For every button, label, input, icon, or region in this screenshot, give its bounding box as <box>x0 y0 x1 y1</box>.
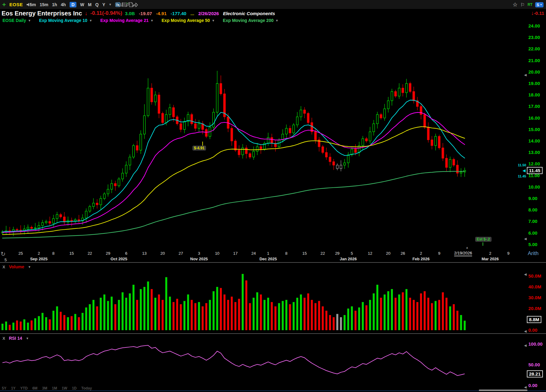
legend-item[interactable]: Exp Moving Average 50▼ <box>161 18 215 23</box>
date-tick-label: 10 <box>215 251 219 256</box>
earnings-estimate-label[interactable]: Est $-.2 <box>475 237 492 242</box>
trading-app-window: + EOSE 5m15m1h4hDWMQY ▼ ☆ ⚐ RT S▼ <box>0 0 546 392</box>
last-price-badge: 11.45 <box>527 167 543 174</box>
rsi-tick-label: 0.00 <box>528 383 537 388</box>
scrollbar-track[interactable] <box>0 390 546 391</box>
main-price-chart[interactable] <box>0 25 526 250</box>
timeframe-button-M[interactable]: M <box>88 2 92 7</box>
timeframe-button-D[interactable]: D <box>70 2 76 7</box>
timeframe-more-caret[interactable]: ▼ <box>109 3 112 6</box>
earnings-estimate-tick <box>483 242 483 246</box>
volume-panel-title[interactable]: Volume <box>9 264 24 269</box>
add-symbol-icon[interactable]: + <box>2 2 6 8</box>
date-tick-label: 27 <box>178 251 183 256</box>
timeframe-buttons: 5m15m1h4hDWMQY <box>30 2 105 7</box>
date-tick-label: 22 <box>320 251 325 256</box>
panel-divider[interactable] <box>0 262 546 263</box>
date-tick-label: 2 <box>38 251 40 256</box>
date-tick-label: 24 <box>252 251 256 256</box>
timeframe-button-Y[interactable]: Y <box>102 2 105 7</box>
ask-price-label: 11.50 <box>518 163 526 167</box>
last-bar-date-label[interactable]: 2/19/2026 <box>454 251 472 256</box>
volume-close-button[interactable]: X <box>2 265 5 269</box>
rsi-tick-label: 100.00 <box>528 341 543 347</box>
legend-caret-icon[interactable]: ▼ <box>212 19 215 22</box>
scrollbar-thumb[interactable] <box>479 390 527 391</box>
earnings-past-label[interactable]: $-4.91 <box>192 146 206 151</box>
month-label: Jan 2026 <box>340 257 357 261</box>
month-label: Mar 2026 <box>482 257 499 261</box>
legend-caret-icon[interactable]: ▼ <box>275 19 278 22</box>
legend-item[interactable]: Exp Moving Average 10▼ <box>39 18 92 23</box>
legend-item[interactable]: EOSE Daily▼ <box>2 18 31 23</box>
legend-item[interactable]: Exp Moving Average 200▼ <box>223 18 278 23</box>
range-link-1M[interactable]: 1M <box>52 386 57 390</box>
timeframe-button-4h[interactable]: 4h <box>61 2 66 7</box>
scale-mode-label[interactable]: Arith <box>528 250 539 257</box>
symbol-label[interactable]: EOSE <box>9 2 23 7</box>
timeframe-button-W[interactable]: W <box>80 2 84 7</box>
price-tick-label: 10.00 <box>528 184 540 190</box>
title-row: Eos Energy Enterprises Inc ↓ -0.11(-0.94… <box>2 9 275 17</box>
range-link-1Y[interactable]: 1Y <box>11 386 16 390</box>
month-label: Sep 2025 <box>30 257 47 261</box>
volume-scale-bottom-icon: ◀ <box>524 329 527 333</box>
rsi-value-badge: 28.21 <box>527 370 543 377</box>
ema-21-line <box>2 113 465 232</box>
flag-icon[interactable]: ⚐ <box>520 2 525 8</box>
legend-item[interactable]: Exp Moving Average 21▼ <box>100 18 153 23</box>
rsi-settings-caret[interactable]: ▼ <box>26 337 29 340</box>
volume-chart[interactable] <box>0 272 526 331</box>
price-tick-label: 6.00 <box>528 230 537 236</box>
range-link-6M[interactable]: 6M <box>32 386 37 390</box>
reset-zoom-icon[interactable]: ↻ <box>1 250 6 258</box>
range-link-Today[interactable]: Today <box>81 386 92 390</box>
range-link-YTD[interactable]: YTD <box>20 386 28 390</box>
volume-settings-caret[interactable]: ▼ <box>28 265 31 269</box>
date-tick-label: 13 <box>142 251 147 256</box>
legend-caret-icon[interactable]: ▼ <box>150 19 153 22</box>
bid-price-label: 11.45 <box>518 174 526 178</box>
price-down-arrow-icon: ↓ <box>85 10 88 17</box>
range-link-3M[interactable]: 3M <box>42 386 47 390</box>
date-tick-label: 26 <box>401 251 405 256</box>
rsi-close-button[interactable]: X <box>2 336 5 341</box>
legend-caret-icon[interactable]: ▼ <box>28 19 31 22</box>
date-tick-label: 25 <box>19 251 23 256</box>
range-link-5Y[interactable]: 5Y <box>2 386 6 390</box>
volume-panel-header: X Volume ▼ <box>2 264 31 269</box>
candlesticks <box>2 71 466 236</box>
header-change-right: ↓-0.11 <box>531 10 544 16</box>
date-tick-label: 12 <box>368 251 372 256</box>
ema-10-line <box>2 100 465 232</box>
price-tick-label: 18.00 <box>528 92 540 97</box>
high-marker-icon: ◀ <box>524 73 527 77</box>
rsi-chart[interactable] <box>0 343 526 386</box>
legend-caret-icon[interactable]: ▼ <box>89 19 92 22</box>
title-stat: -177.40 <box>171 11 187 16</box>
price-tick-label: 22.00 <box>528 46 540 51</box>
timeframe-button-15m[interactable]: 15m <box>40 2 48 7</box>
date-tick-label: 5 <box>351 251 353 256</box>
stream-source-badge[interactable]: S▼ <box>535 2 544 7</box>
date-tick-label: 2 <box>420 251 422 256</box>
timeframe-button-1h[interactable]: 1h <box>52 2 57 7</box>
volume-tick-label: 30.0M <box>528 295 541 300</box>
price-tick-label: 23.00 <box>528 35 540 40</box>
range-link-1W[interactable]: 1W <box>62 386 67 390</box>
rsi-panel-title[interactable]: RSI 14 <box>9 336 22 341</box>
timeframe-button-Q[interactable]: Q <box>95 2 99 7</box>
price-tick-label: 15.00 <box>528 127 540 132</box>
date-tick-label: 1 <box>267 251 269 256</box>
earnings-tick <box>202 142 203 146</box>
volume-tick-label: 0.00 <box>528 327 537 333</box>
date-tick-label: 6 <box>125 251 127 256</box>
title-stat: ... <box>190 11 194 16</box>
favorite-star-icon[interactable]: ☆ <box>513 1 518 8</box>
price-tick-label: 12.00 <box>528 161 540 166</box>
price-tick-label: 13.00 <box>528 150 540 155</box>
price-tick-label: 17.00 <box>528 104 540 109</box>
range-link-1D[interactable]: 1D <box>72 386 76 390</box>
panel-divider-2[interactable] <box>0 333 546 334</box>
volume-tick-label: 20.0M <box>528 306 541 311</box>
